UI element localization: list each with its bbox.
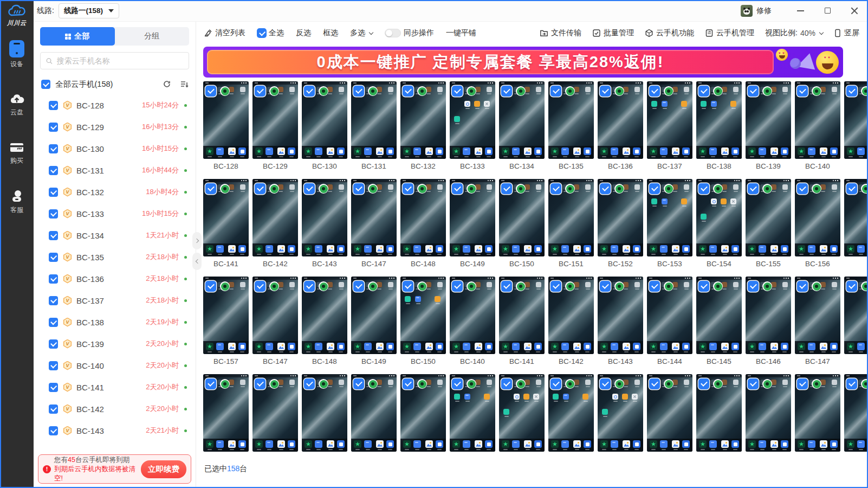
tab-groups[interactable]: 分组: [115, 27, 190, 46]
phone-thumbnail[interactable]: [203, 374, 249, 452]
phone-thumbnail[interactable]: [844, 179, 868, 256]
device-checkbox[interactable]: [49, 144, 58, 153]
phone-checkbox[interactable]: [501, 183, 512, 194]
close-button[interactable]: [841, 0, 868, 22]
phone-checkbox[interactable]: [255, 86, 265, 97]
phone-functions-button[interactable]: 云手机功能: [645, 28, 694, 38]
phone-checkbox[interactable]: [452, 378, 463, 389]
phone-checkbox[interactable]: [353, 378, 364, 389]
device-list-item[interactable]: V BC-138 2天19小时: [34, 311, 196, 333]
sync-operation-toggle[interactable]: 同步操作: [385, 28, 434, 38]
phone-thumbnail[interactable]: [795, 81, 840, 159]
toggle-off-icon[interactable]: [385, 29, 401, 37]
device-checkbox[interactable]: [49, 296, 58, 305]
phone-checkbox[interactable]: [255, 183, 265, 194]
device-checkbox[interactable]: [49, 361, 58, 370]
select-all-checkbox[interactable]: [41, 80, 50, 89]
sidebar-item-devices[interactable]: 设备: [0, 35, 34, 73]
phone-thumbnail[interactable]: [647, 179, 692, 256]
phone-checkbox[interactable]: [698, 378, 709, 389]
phone-checkbox[interactable]: [452, 86, 463, 97]
device-list-item[interactable]: V BC-133 19小时15分: [34, 203, 196, 224]
phone-checkbox[interactable]: [600, 378, 611, 389]
phone-checkbox[interactable]: [205, 183, 216, 194]
phone-checkbox[interactable]: [403, 378, 413, 389]
phone-checkbox[interactable]: [698, 86, 709, 97]
phone-checkbox[interactable]: [403, 86, 413, 97]
file-transfer-button[interactable]: 文件传输: [540, 28, 581, 38]
phone-checkbox[interactable]: [550, 183, 561, 194]
phone-checkbox[interactable]: [797, 281, 808, 292]
panel-expand-handle[interactable]: [192, 232, 202, 249]
phone-thumbnail[interactable]: [302, 277, 347, 354]
device-list-item[interactable]: V BC-140 2天20小时: [34, 355, 196, 376]
device-checkbox[interactable]: [49, 209, 58, 219]
phone-thumbnail[interactable]: [252, 81, 298, 159]
phone-checkbox[interactable]: [501, 281, 512, 292]
phone-checkbox[interactable]: [403, 281, 413, 292]
phone-thumbnail[interactable]: [795, 277, 840, 354]
phone-checkbox[interactable]: [748, 281, 759, 292]
device-list-item[interactable]: V BC-143 2天21小时: [34, 420, 196, 441]
panel-collapse-handle[interactable]: [192, 253, 202, 270]
device-list-item[interactable]: V BC-137 2天18小时: [34, 290, 196, 311]
phone-thumbnail[interactable]: [647, 81, 692, 159]
sort-icon[interactable]: [180, 80, 189, 88]
invert-select-button[interactable]: 反选: [296, 28, 311, 38]
device-list-item[interactable]: V BC-132 18小时4分: [34, 181, 196, 203]
device-list-item[interactable]: V BC-136 2天18小时: [34, 268, 196, 290]
portrait-mode-button[interactable]: 竖屏: [834, 28, 859, 38]
sidebar-item-purchase[interactable]: 购买: [0, 136, 34, 170]
phone-thumbnail[interactable]: [795, 374, 840, 452]
phone-thumbnail[interactable]: [400, 179, 446, 256]
phone-thumbnail[interactable]: [499, 277, 545, 354]
phone-checkbox[interactable]: [452, 183, 463, 194]
promo-banner[interactable]: 0成本一键推广 定制专属套餐 享最高28%返佣!: [203, 47, 843, 78]
device-list-item[interactable]: V BC-139 2天20小时: [34, 333, 196, 355]
phone-checkbox[interactable]: [846, 281, 857, 292]
phone-checkbox[interactable]: [550, 281, 561, 292]
phone-thumbnail[interactable]: [696, 179, 742, 256]
phone-checkbox[interactable]: [205, 86, 216, 97]
view-scale-dropdown[interactable]: 视图比例: 40%: [765, 28, 823, 38]
device-checkbox[interactable]: [49, 166, 58, 175]
phone-thumbnail[interactable]: [351, 81, 397, 159]
device-checkbox[interactable]: [49, 426, 58, 435]
phone-thumbnail[interactable]: [252, 179, 298, 256]
phone-checkbox[interactable]: [501, 378, 512, 389]
device-list-item[interactable]: V BC-134 1天21小时: [34, 224, 196, 246]
phone-checkbox[interactable]: [353, 86, 364, 97]
phone-checkbox[interactable]: [550, 378, 561, 389]
device-list-item[interactable]: V BC-128 15小时24分: [34, 94, 196, 116]
phone-thumbnail[interactable]: [598, 277, 643, 354]
device-checkbox[interactable]: [49, 253, 58, 262]
phone-thumbnail[interactable]: [450, 374, 495, 452]
phone-thumbnail[interactable]: [302, 81, 347, 159]
phone-checkbox[interactable]: [452, 281, 463, 292]
phone-thumbnail[interactable]: [302, 179, 347, 256]
device-list-item[interactable]: V BC-141 2天20小时: [34, 376, 196, 398]
clear-list-button[interactable]: 清空列表: [204, 28, 245, 38]
phone-thumbnail[interactable]: [351, 179, 397, 256]
phone-thumbnail[interactable]: [548, 179, 594, 256]
phone-checkbox[interactable]: [304, 378, 315, 389]
sidebar-item-support[interactable]: 客服: [0, 184, 34, 219]
device-list-item[interactable]: V BC-142 2天20小时: [34, 398, 196, 420]
phone-checkbox[interactable]: [304, 183, 315, 194]
maximize-button[interactable]: [814, 0, 841, 22]
phone-checkbox[interactable]: [797, 86, 808, 97]
phone-thumbnail[interactable]: [203, 179, 249, 256]
phone-checkbox[interactable]: [353, 281, 364, 292]
phone-thumbnail[interactable]: [844, 81, 868, 159]
phone-thumbnail[interactable]: [203, 81, 249, 159]
device-list-item[interactable]: V BC-135 2天18小时: [34, 246, 196, 268]
phone-thumbnail[interactable]: [746, 179, 791, 256]
phone-checkbox[interactable]: [797, 378, 808, 389]
phone-checkbox[interactable]: [748, 86, 759, 97]
device-checkbox[interactable]: [49, 318, 58, 327]
phone-thumbnail[interactable]: [450, 179, 495, 256]
phone-checkbox[interactable]: [255, 281, 265, 292]
device-list-item[interactable]: V BC-131 16小时44分: [34, 159, 196, 181]
phone-thumbnail[interactable]: [351, 374, 397, 452]
phone-thumbnail[interactable]: [499, 374, 545, 452]
